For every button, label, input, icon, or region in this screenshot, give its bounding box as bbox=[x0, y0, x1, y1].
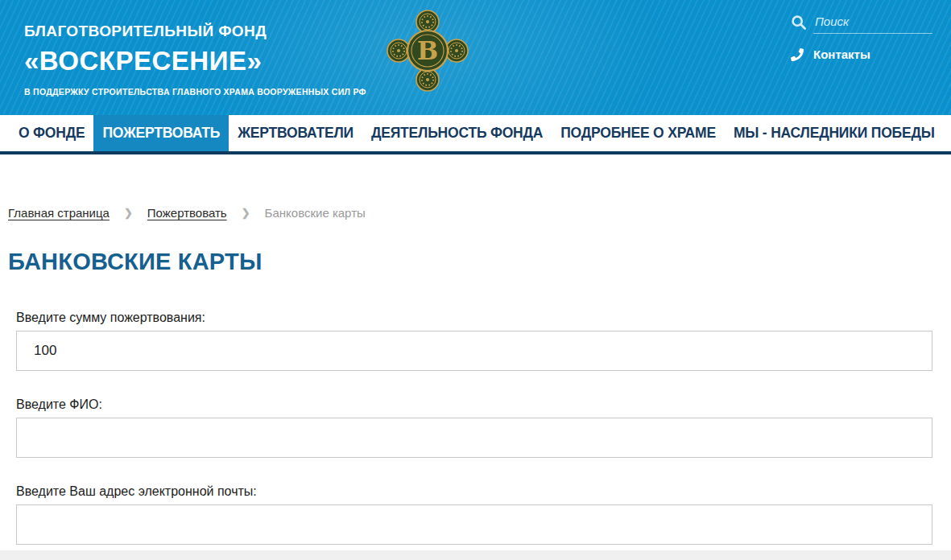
amount-input[interactable] bbox=[16, 331, 932, 371]
page-content: Главная страница ❯ Пожертвовать ❯ Банков… bbox=[0, 206, 951, 545]
brand-block: БЛАГОТВОРИТЕЛЬНЫЙ ФОНД «ВОСКРЕСЕНИЕ» В П… bbox=[24, 23, 366, 97]
contacts-link[interactable]: Контакты bbox=[791, 47, 932, 61]
amount-label: Введите сумму пожертвования: bbox=[16, 311, 932, 325]
amount-field-group: Введите сумму пожертвования: bbox=[16, 311, 932, 371]
org-tagline: В ПОДДЕРЖКУ СТРОИТЕЛЬСТВА ГЛАВНОГО ХРАМА… bbox=[24, 87, 366, 97]
donation-form: Введите сумму пожертвования: Введите ФИО… bbox=[8, 311, 951, 545]
email-input[interactable] bbox=[16, 504, 932, 545]
nav-item-pozhertvovat[interactable]: ПОЖЕРТВОВАТЬ bbox=[93, 115, 229, 151]
page-title: БАНКОВСКИЕ КАРТЫ bbox=[8, 249, 951, 275]
search-input[interactable] bbox=[813, 13, 932, 34]
fio-label: Введите ФИО: bbox=[16, 397, 932, 412]
site-header: БЛАГОТВОРИТЕЛЬНЫЙ ФОНД «ВОСКРЕСЕНИЕ» В П… bbox=[0, 0, 951, 115]
nav-item-my-nasledniki-pobedy[interactable]: МЫ - НАСЛЕДНИКИ ПОБЕДЫ bbox=[725, 115, 944, 151]
phone-icon bbox=[791, 48, 804, 61]
email-label: Введите Ваш адрес электронной почты: bbox=[16, 484, 932, 499]
email-field-group: Введите Ваш адрес электронной почты: bbox=[16, 484, 932, 545]
main-nav: О ФОНДЕ ПОЖЕРТВОВАТЬ ЖЕРТВОВАТЕЛИ ДЕЯТЕЛ… bbox=[0, 115, 951, 154]
chevron-right-icon: ❯ bbox=[124, 207, 133, 219]
fio-input[interactable] bbox=[16, 418, 932, 458]
header-utilities: Контакты bbox=[791, 13, 932, 61]
nav-item-deyatelnost-fonda[interactable]: ДЕЯТЕЛЬНОСТЬ ФОНДА bbox=[362, 115, 552, 151]
org-type: БЛАГОТВОРИТЕЛЬНЫЙ ФОНД bbox=[24, 23, 366, 40]
chevron-right-icon: ❯ bbox=[242, 207, 250, 219]
nav-item-zhertvovateli[interactable]: ЖЕРТВОВАТЕЛИ bbox=[229, 115, 362, 151]
logo-letter: В bbox=[417, 36, 438, 65]
nav-item-podrobnee-o-khrame[interactable]: ПОДРОБНЕЕ О ХРАМЕ bbox=[552, 115, 725, 151]
nav-item-o-fonde[interactable]: О ФОНДЕ bbox=[10, 115, 93, 151]
breadcrumb-donate-link[interactable]: Пожертвовать bbox=[147, 206, 227, 220]
search-icon[interactable] bbox=[791, 14, 807, 31]
page-bottom-strip bbox=[0, 550, 951, 560]
search-box bbox=[791, 13, 932, 34]
breadcrumb-current: Банковские карты bbox=[265, 206, 366, 220]
contacts-label: Контакты bbox=[813, 47, 870, 61]
fio-field-group: Введите ФИО: bbox=[16, 397, 932, 458]
breadcrumb: Главная страница ❯ Пожертвовать ❯ Банков… bbox=[8, 206, 951, 220]
org-name: «ВОСКРЕСЕНИЕ» bbox=[24, 46, 366, 76]
breadcrumb-home-link[interactable]: Главная страница bbox=[8, 206, 110, 220]
fund-logo-icon[interactable]: В bbox=[386, 9, 469, 93]
